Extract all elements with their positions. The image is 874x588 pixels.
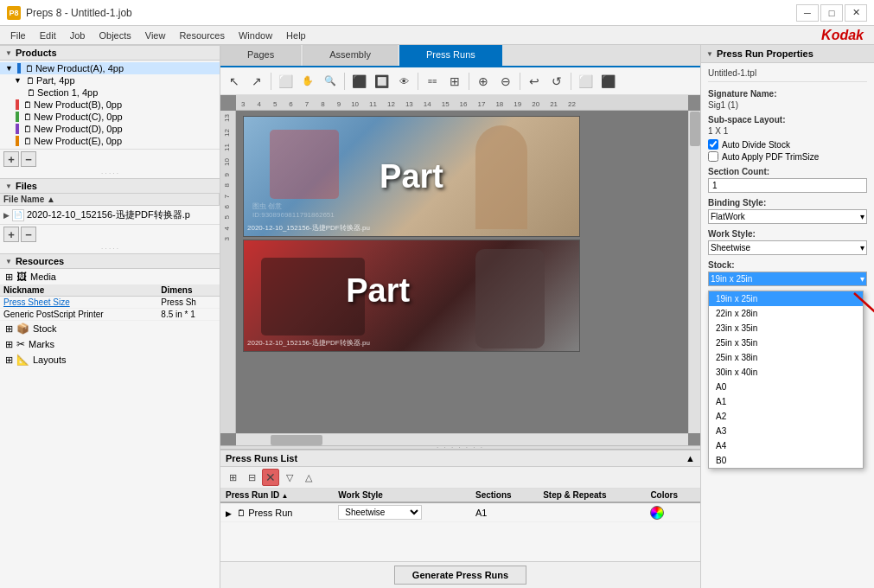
tree-item-section1[interactable]: 🗒 Section 1, 4pp	[0, 86, 220, 99]
binding-style-dropdown[interactable]: FlatWork ▾	[708, 209, 867, 224]
canvas-scroll-container[interactable]: 345678910111213141516171819202122 13 12 …	[220, 95, 700, 445]
tool-transform[interactable]: ⬜	[275, 71, 296, 92]
stock-dropdown[interactable]: 19in x 25in ▾	[708, 272, 867, 286]
files-add-button[interactable]: +	[3, 227, 19, 242]
col-work-style[interactable]: Work Style	[333, 489, 470, 502]
tool-grid1[interactable]: ≡≡	[422, 71, 443, 92]
files-remove-button[interactable]: −	[21, 227, 36, 242]
menu-help[interactable]: Help	[279, 29, 313, 42]
stock-option-9[interactable]: A3	[709, 424, 863, 438]
media-nickname-1[interactable]: Press Sheet Size	[3, 297, 70, 307]
tool-add-center[interactable]: ⊕	[473, 71, 494, 92]
tree-item-part[interactable]: ▼ 🗒 Part, 4pp	[0, 74, 220, 86]
stock-option-8[interactable]: A2	[709, 409, 863, 424]
window-title: Preps 8 - Untitled-1.job	[26, 7, 132, 19]
col-step-repeats[interactable]: Step & Repeats	[538, 489, 645, 502]
section-count-input[interactable]	[708, 178, 867, 193]
col-colors[interactable]: Colors	[645, 489, 700, 502]
tree-item-product-d[interactable]: 🗒 New Product(D), 0pp	[0, 123, 220, 135]
tab-assembly[interactable]: Assembly	[303, 45, 398, 66]
pressruns-down-btn[interactable]: ▽	[281, 469, 298, 486]
v-scroll-thumb[interactable]	[690, 112, 700, 146]
resource-group-marks[interactable]: ⊞ ✂ Marks	[0, 336, 220, 352]
stock-option-3[interactable]: 25in x 35in	[709, 336, 863, 350]
menu-job[interactable]: Job	[63, 29, 93, 42]
tree-item-product-a[interactable]: ▼ 🗒 New Product(A), 4pp	[0, 62, 220, 74]
pressrun-workstyle-select[interactable]: Sheetwise Work & Turn Work & Tumble	[338, 505, 422, 520]
tab-press-runs[interactable]: Press Runs	[399, 45, 502, 66]
tree-item-product-b[interactable]: 🗒 New Product(B), 0pp	[0, 99, 220, 111]
h-scrollbar[interactable]	[236, 433, 688, 445]
menu-file[interactable]: File	[3, 29, 33, 42]
stock-option-6[interactable]: A0	[709, 380, 863, 394]
stock-dropdown-container: 19in x 25in ▾ 19in x 25in 22in x 28in 23…	[708, 272, 867, 286]
center-panel: Pages Assembly Press Runs ↖ ↗ ⬜ ✋ 🔍 ⬛ 🔲 …	[220, 45, 701, 588]
files-list: ▶ 📄 2020-12-10_152156-迅捷PDF转换器.p	[0, 206, 220, 224]
tool-grid2[interactable]: ⊞	[444, 71, 465, 92]
tool-rect2[interactable]: 🔲	[371, 71, 392, 92]
pressruns-remove-btn[interactable]: ✕	[262, 469, 279, 486]
press-image-bottom: Part 2020-12-10_152156-迅捷PDF转换器.pu	[243, 240, 580, 352]
generate-press-runs-button[interactable]: Generate Press Runs	[394, 566, 526, 585]
resources-list: ⊞ 🖼 Media Nickname Dimens	[0, 269, 220, 588]
tool-eye[interactable]: 👁	[393, 71, 414, 92]
pressruns-grid-btn[interactable]: ⊞	[224, 469, 241, 486]
v-scrollbar[interactable]	[688, 111, 700, 433]
col-sections[interactable]: Sections	[470, 489, 538, 502]
layouts-icon: 📐	[16, 354, 29, 366]
menu-edit[interactable]: Edit	[33, 29, 63, 42]
pressruns-grid-btn2[interactable]: ⊟	[243, 469, 260, 486]
h-scroll-thumb[interactable]	[271, 435, 322, 445]
products-remove-button[interactable]: −	[21, 151, 36, 167]
tree-item-product-c[interactable]: 🗒 New Product(C), 0pp	[0, 111, 220, 123]
auto-apply-checkbox[interactable]	[708, 151, 718, 162]
tool-sq2[interactable]: ⬛	[597, 71, 618, 92]
stock-label: Stock:	[708, 260, 867, 270]
title-bar: P8 Preps 8 - Untitled-1.job ─ □ ✕	[0, 0, 874, 26]
file-row[interactable]: ▶ 📄 2020-12-10_152156-迅捷PDF转换器.p	[0, 208, 220, 222]
close-button[interactable]: ✕	[845, 4, 867, 22]
media-group-header[interactable]: ⊞ 🖼 Media	[0, 269, 220, 284]
files-header[interactable]: ▼ Files	[0, 178, 220, 194]
stock-option-7[interactable]: A1	[709, 394, 863, 409]
stock-option-1[interactable]: 22in x 28in	[709, 306, 863, 321]
menu-view[interactable]: View	[138, 29, 173, 42]
pressrun-row-1[interactable]: ▶ 🗒 Press Run Sheetwise Work & Turn Work…	[220, 502, 700, 522]
tool-undo[interactable]: ↩	[524, 71, 545, 92]
menu-resources[interactable]: Resources	[172, 29, 232, 42]
tool-redo[interactable]: ↺	[546, 71, 567, 92]
minimize-button[interactable]: ─	[796, 4, 819, 22]
window-controls: ─ □ ✕	[796, 4, 867, 22]
stock-option-11[interactable]: B0	[709, 453, 863, 468]
products-add-button[interactable]: +	[3, 151, 19, 167]
work-style-dropdown[interactable]: Sheetwise ▾	[708, 240, 867, 255]
stock-option-0[interactable]: 19in x 25in	[709, 291, 863, 306]
resource-group-stock[interactable]: ⊞ 📦 Stock	[0, 321, 220, 336]
tool-rect[interactable]: ⬛	[348, 71, 369, 92]
tool-zoom[interactable]: 🔍	[320, 71, 341, 92]
resources-header[interactable]: ▼ Resources	[0, 253, 220, 269]
stock-option-4[interactable]: 25in x 38in	[709, 350, 863, 365]
products-header[interactable]: ▼ Products	[0, 45, 220, 61]
pressruns-up-btn[interactable]: △	[300, 469, 317, 486]
resource-group-layouts[interactable]: ⊞ 📐 Layouts	[0, 352, 220, 368]
tool-select-alt[interactable]: ↗	[246, 71, 267, 92]
restore-button[interactable]: □	[820, 4, 843, 22]
tool-pan[interactable]: ✋	[297, 71, 318, 92]
canvas-content[interactable]: Part 2020-12-10_152156-迅捷PDF转换器.pu 图虫 创意…	[236, 111, 688, 433]
media-row-2[interactable]: Generic PostScript Printer 8.5 in * 1	[0, 309, 220, 321]
tool-select[interactable]: ↖	[224, 71, 245, 92]
tool-remove-center[interactable]: ⊖	[495, 71, 516, 92]
tab-pages[interactable]: Pages	[220, 45, 301, 66]
stock-option-5[interactable]: 30in x 40in	[709, 365, 863, 380]
tool-sq1[interactable]: ⬜	[575, 71, 596, 92]
stock-option-10[interactable]: A4	[709, 438, 863, 453]
stock-option-2[interactable]: 23in x 35in	[709, 321, 863, 336]
menu-window[interactable]: Window	[232, 29, 279, 42]
pressrun-color-wheel[interactable]	[650, 506, 664, 520]
tree-item-product-e[interactable]: 🗒 New Product(E), 0pp	[0, 135, 220, 147]
auto-divide-checkbox[interactable]	[708, 139, 718, 150]
col-press-run-id[interactable]: Press Run ID	[220, 489, 333, 502]
media-row-1[interactable]: Press Sheet Size Press Sh	[0, 297, 220, 309]
menu-objects[interactable]: Objects	[92, 29, 137, 42]
